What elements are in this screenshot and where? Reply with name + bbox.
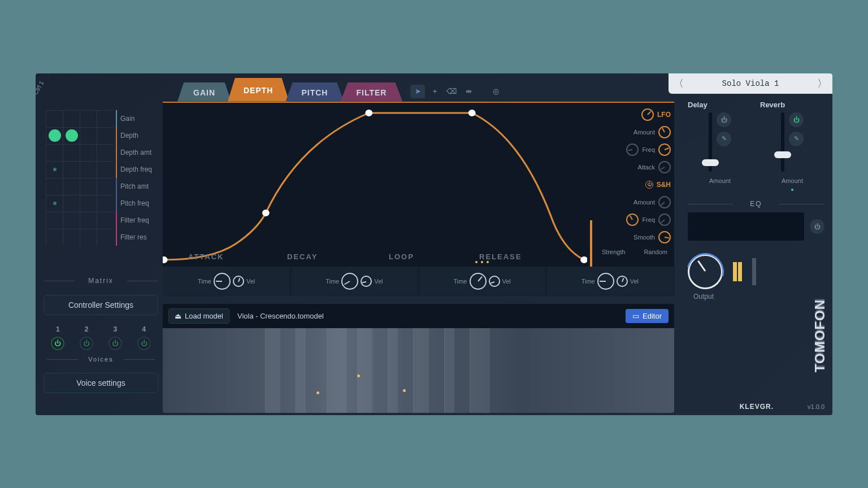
strength-meter xyxy=(587,103,595,267)
sh-freq2-knob[interactable] xyxy=(626,213,639,226)
lfo-attack-knob[interactable] xyxy=(658,161,671,173)
voice-3-power[interactable]: ⏻ xyxy=(108,337,122,350)
matrix-row-filter-freq: Filter freq xyxy=(116,212,152,229)
preset-prev-button[interactable]: 〈 xyxy=(669,77,689,90)
lfo-freq2-knob[interactable] xyxy=(626,143,639,156)
voices-row: 1⏻ 2⏻ 3⏻ 4⏻ xyxy=(44,325,158,350)
product-logo: TOMOFON xyxy=(812,299,828,372)
delay-amount-slider[interactable] xyxy=(709,112,712,172)
editor-icon: ▭ xyxy=(632,312,639,320)
pointer-tool-icon[interactable]: ➤ xyxy=(410,85,425,98)
fx-row: Delay ⏻ ✎ Amount Reverb ⏻ ✎ xyxy=(680,101,832,191)
decay-vel-knob[interactable] xyxy=(361,276,372,287)
reverb-edit-button[interactable]: ✎ xyxy=(789,132,804,146)
matrix-node-active[interactable] xyxy=(49,129,61,142)
model-bar: ⏏ Load model Viola - Crescendo.tomodel ▭… xyxy=(163,304,674,328)
output-meter xyxy=(733,262,742,281)
voice-2-power[interactable]: ⏻ xyxy=(80,337,93,350)
eq-display[interactable] xyxy=(688,212,804,241)
delay-title: Delay xyxy=(688,101,708,109)
release-vel-knob[interactable] xyxy=(617,276,628,287)
sh-label: S&H xyxy=(657,181,671,189)
tab-depth[interactable]: DEPTH xyxy=(228,78,289,102)
controller-settings-button[interactable]: Controller Settings xyxy=(44,295,158,315)
matrix-node-active[interactable] xyxy=(66,129,78,142)
attack-time-knob[interactable] xyxy=(214,273,231,290)
loop-time-knob[interactable] xyxy=(470,273,487,290)
matrix-node-small[interactable] xyxy=(53,202,57,205)
voices-title: Voices xyxy=(44,356,158,363)
decay-vel-label: Vel xyxy=(374,278,383,285)
tab-row: GAIN DEPTH PITCH FILTER ➤ + ⌫ ⇹ ◎ xyxy=(163,75,674,102)
tab-gain[interactable]: GAIN xyxy=(177,82,231,102)
voice-settings-button[interactable]: Voice settings xyxy=(44,373,158,393)
delay-power-button[interactable]: ⏻ xyxy=(717,112,731,127)
footer: KLEVGR. v1.0.0 xyxy=(740,403,824,411)
decay-controls: Time Vel xyxy=(290,267,418,296)
voice-1-power[interactable]: ⏻ xyxy=(51,337,64,350)
envelope-extra-tool: ◎ xyxy=(485,82,506,101)
preset-bar: 〈 Solo Viola 1 〉 xyxy=(669,73,832,94)
lfo-label: LFO xyxy=(657,111,671,119)
editor-button[interactable]: ▭ Editor xyxy=(626,309,669,323)
lfo-main-knob[interactable] xyxy=(641,108,654,121)
sh-power[interactable]: ⏻ xyxy=(645,181,653,189)
delete-tool-icon[interactable]: ⌫ xyxy=(444,85,459,98)
attack-time-label: Time xyxy=(198,278,211,285)
matrix-col-ctrl1: Ctrl 1 xyxy=(36,79,45,95)
reverb-power-button[interactable]: ⏻ xyxy=(789,112,804,127)
output-meter-bg xyxy=(752,258,756,285)
waveform-display[interactable] xyxy=(163,328,674,413)
sh-smooth-knob[interactable] xyxy=(658,231,671,243)
delay-edit-button[interactable]: ✎ xyxy=(717,132,731,146)
release-vel-label: Vel xyxy=(630,278,639,285)
svg-point-3 xyxy=(468,110,476,116)
preset-name[interactable]: Solo Viola 1 xyxy=(689,79,812,88)
tab-pitch[interactable]: PITCH xyxy=(285,82,344,102)
target-tool-icon[interactable]: ◎ xyxy=(488,85,503,98)
matrix-column-headers: Ctrl 1 Ctrl 2 Velocity Keymap xyxy=(36,73,88,96)
voice-number: 3 xyxy=(114,325,118,333)
preset-next-button[interactable]: 〉 xyxy=(812,77,832,90)
split-tool-icon[interactable]: ⇹ xyxy=(461,85,476,98)
add-tool-icon[interactable]: + xyxy=(427,85,442,98)
lfo-freq-label: Freq xyxy=(642,146,655,153)
sh-amount-knob[interactable] xyxy=(658,196,671,208)
lfo-amount-label: Amount xyxy=(633,129,655,136)
eq-block: EQ ⏻ xyxy=(688,200,824,241)
tab-filter[interactable]: FILTER xyxy=(340,82,402,102)
reverb-amount-slider[interactable] xyxy=(781,112,784,172)
release-time-label: Time xyxy=(581,278,595,285)
stage-label-decay: DECAY xyxy=(287,252,318,261)
voice-4-power[interactable]: ⏻ xyxy=(137,337,151,350)
lfo-amount-knob[interactable] xyxy=(658,126,671,138)
envelope-editor[interactable]: ATTACK DECAY LOOP RELEASE xyxy=(163,103,587,267)
matrix-grid[interactable] xyxy=(46,110,114,246)
release-time-knob[interactable] xyxy=(597,273,614,290)
eq-power-button[interactable]: ⏻ xyxy=(810,219,824,234)
matrix-row-filter-res: Filter res xyxy=(116,229,152,246)
sh-freq-knob[interactable] xyxy=(658,213,671,226)
reverb-block: Reverb ⏻ ✎ Amount xyxy=(760,101,824,191)
load-model-button[interactable]: ⏏ Load model xyxy=(168,308,229,324)
output-knob[interactable] xyxy=(688,254,723,289)
eq-title: EQ xyxy=(688,200,824,208)
attack-vel-knob[interactable] xyxy=(233,276,244,287)
release-controls: Time Vel xyxy=(546,267,674,296)
loop-vel-knob[interactable] xyxy=(489,276,500,287)
delay-amount-label: Amount xyxy=(709,177,731,184)
matrix-row-pitch-freq: Pitch freq xyxy=(116,195,152,212)
output-label: Output xyxy=(693,293,714,300)
eject-icon: ⏏ xyxy=(175,312,181,320)
plugin-window: Ctrl 1 Ctrl 2 Velocity Keymap xyxy=(36,73,832,415)
matrix-node-small[interactable] xyxy=(53,168,57,171)
voice-number: 1 xyxy=(56,325,60,333)
svg-point-0 xyxy=(163,256,168,263)
envelope-row: ATTACK DECAY LOOP RELEASE LFO Amount Fre… xyxy=(163,102,674,267)
random-label: Random xyxy=(644,249,667,255)
lfo-freq-knob[interactable] xyxy=(658,143,671,156)
company-logo: KLEVGR. xyxy=(740,403,774,411)
decay-time-knob[interactable] xyxy=(341,273,358,290)
envelope-tools: ➤ + ⌫ ⇹ xyxy=(407,82,479,101)
stage-label-release: RELEASE xyxy=(479,252,522,261)
